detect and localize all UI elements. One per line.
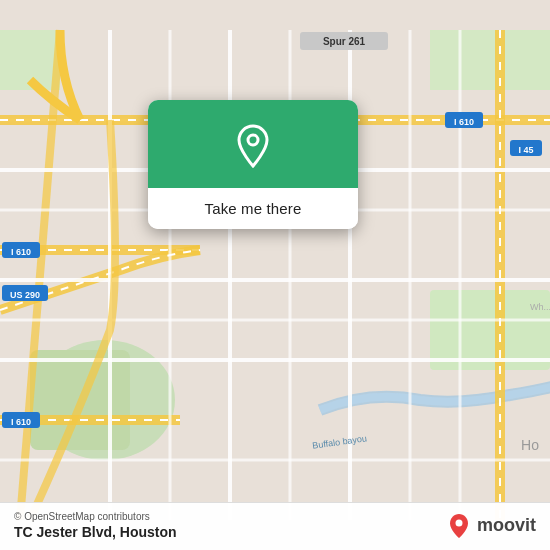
- svg-text:US 290: US 290: [10, 290, 40, 300]
- moovit-pin-icon: [445, 512, 473, 540]
- popup-card: Take me there: [148, 100, 358, 229]
- moovit-logo: moovit: [445, 512, 536, 540]
- svg-text:I 45: I 45: [518, 145, 533, 155]
- svg-text:I 610: I 610: [11, 247, 31, 257]
- moovit-label: moovit: [477, 515, 536, 536]
- svg-text:Spur 261: Spur 261: [323, 36, 366, 47]
- map-container: Spur 261 I 610 I 610 I 610 I 610 I 45 US…: [0, 0, 550, 550]
- svg-rect-5: [430, 30, 550, 90]
- svg-text:I 610: I 610: [11, 417, 31, 427]
- popup-green-area: [148, 100, 358, 188]
- bottom-bar: © OpenStreetMap contributors TC Jester B…: [0, 502, 550, 550]
- take-me-there-button[interactable]: Take me there: [148, 188, 358, 229]
- map-background: Spur 261 I 610 I 610 I 610 I 610 I 45 US…: [0, 0, 550, 550]
- svg-text:Wh...: Wh...: [530, 302, 550, 312]
- svg-point-49: [455, 519, 462, 526]
- svg-point-48: [248, 135, 258, 145]
- svg-text:Ho: Ho: [521, 437, 539, 453]
- location-pin-icon: [229, 122, 277, 170]
- copyright-text: © OpenStreetMap contributors: [14, 511, 177, 522]
- location-title: TC Jester Blvd, Houston: [14, 524, 177, 540]
- bottom-left: © OpenStreetMap contributors TC Jester B…: [14, 511, 177, 540]
- svg-text:I 610: I 610: [454, 117, 474, 127]
